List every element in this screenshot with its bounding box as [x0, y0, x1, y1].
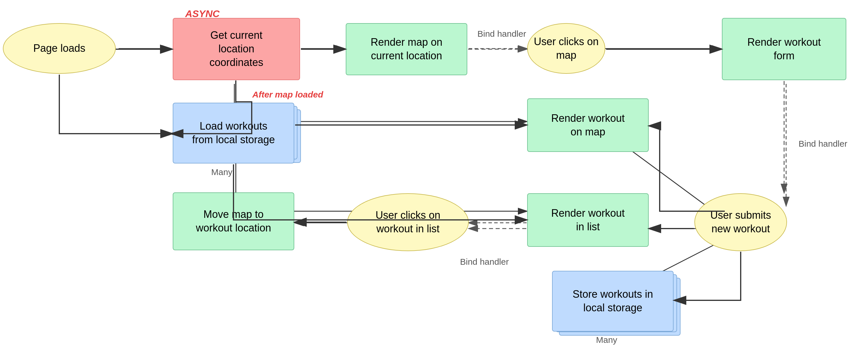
page-loads-node: Page loads: [3, 23, 116, 74]
flowchart-diagram: Page loads ASYNC Get current location co…: [0, 0, 868, 355]
after-map-loaded-text: After map loaded: [252, 90, 323, 99]
render-workout-form-label: Render workout form: [747, 36, 821, 63]
move-map-node: Move map to workout location: [173, 192, 294, 250]
render-map-label: Render map on current location: [371, 36, 442, 63]
render-workout-form-node: Render workout form: [722, 18, 846, 80]
bind-handler-2-text: Bind handler: [799, 139, 847, 149]
user-submits-label: User submits new workout: [710, 208, 771, 236]
page-loads-label: Page loads: [33, 42, 85, 55]
many-store-label: Many: [596, 335, 617, 345]
many-load-text: Many: [211, 167, 232, 177]
user-clicks-workout-node: User clicks on workout in list: [347, 193, 469, 251]
load-workouts-label: Load workouts from local storage: [192, 120, 275, 147]
async-text: ASYNC: [185, 8, 220, 19]
move-map-label: Move map to workout location: [196, 208, 271, 235]
render-workout-map-label: Render workout on map: [551, 112, 625, 139]
user-submits-node: User submits new workout: [694, 193, 787, 251]
bind-handler-3-text: Bind handler: [460, 257, 509, 266]
get-location-node: Get current location coordinates: [173, 18, 300, 80]
after-map-loaded-label: After map loaded: [252, 90, 323, 99]
user-clicks-workout-label: User clicks on workout in list: [376, 208, 440, 236]
many-load-label: Many: [211, 167, 232, 177]
render-workout-map-node: Render workout on map: [527, 98, 649, 152]
store-workouts-label: Store workouts in local storage: [572, 288, 653, 315]
bind-handler-1-text: Bind handler: [477, 29, 526, 38]
bind-handler-1-label: Bind handler: [477, 29, 526, 39]
many-store-text: Many: [596, 335, 617, 345]
bind-handler-3-label: Bind handler: [460, 257, 509, 267]
render-workout-list-node: Render workout in list: [527, 193, 649, 247]
render-workout-list-label: Render workout in list: [551, 206, 625, 234]
get-location-label: Get current location coordinates: [210, 29, 263, 69]
user-clicks-map-label: User clicks on map: [534, 35, 599, 62]
load-workouts-node: Load workouts from local storage: [173, 103, 294, 163]
user-clicks-map-node: User clicks on map: [527, 23, 605, 74]
render-map-node: Render map on current location: [346, 23, 467, 75]
bind-handler-2-label: Bind handler: [799, 139, 847, 149]
store-workouts-node: Store workouts in local storage: [552, 271, 674, 331]
